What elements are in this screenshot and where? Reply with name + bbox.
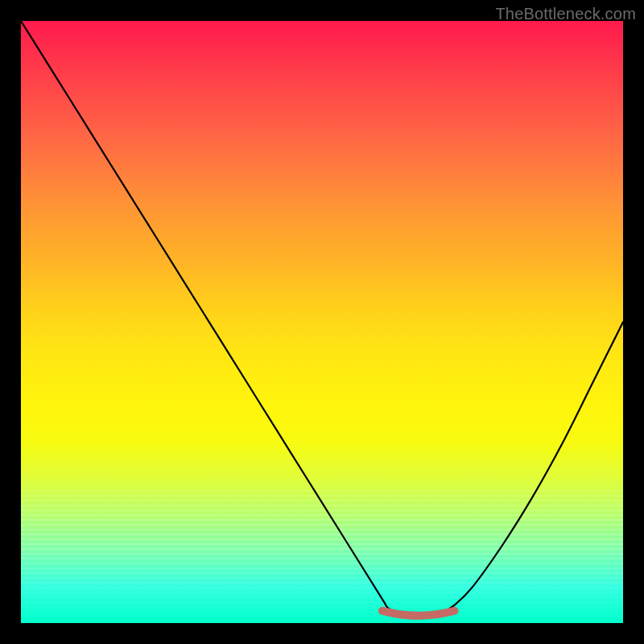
watermark-text: TheBottleneck.com bbox=[495, 5, 636, 23]
chart-frame: TheBottleneck.com bbox=[0, 0, 644, 644]
trough-highlight bbox=[382, 611, 455, 616]
bottleneck-curve-path bbox=[21, 21, 623, 617]
gradient-banding bbox=[21, 490, 623, 623]
curve-layer bbox=[21, 21, 623, 623]
plot-area bbox=[21, 21, 623, 623]
